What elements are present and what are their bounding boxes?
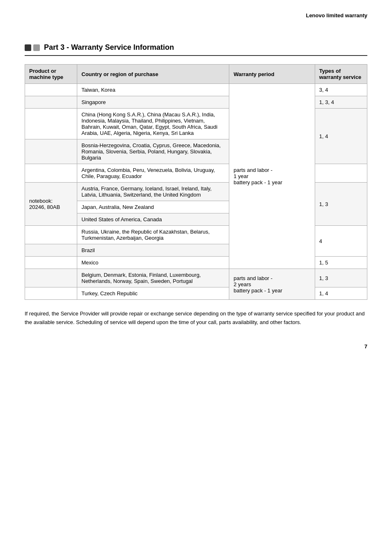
document-title: Lenovo limited warranty [25, 12, 367, 19]
table-row: Turkey, Czech Republic 1, 4 [25, 287, 367, 300]
cell-country: Bosnia-Herzegovina, Croatia, Cyprus, Gre… [77, 139, 229, 164]
cell-product [25, 109, 77, 139]
cell-country: China (Hong Kong S.A.R.), China (Macau S… [77, 109, 229, 139]
cell-product [25, 96, 77, 109]
cell-warranty-2year: parts and labor -2 yearsbattery pack - 1… [229, 269, 315, 300]
cell-product [25, 287, 77, 300]
table-row: notebook:20246, 80AB Austria, France, Ge… [25, 183, 367, 201]
table-row: Russia, Ukraine, the Republic of Kazakhs… [25, 226, 367, 244]
icon-dark [25, 44, 31, 51]
cell-product [25, 139, 77, 164]
cell-country: Belgium, Denmark, Estonia, Finland, Luxe… [77, 269, 229, 287]
cell-country: Turkey, Czech Republic [77, 287, 229, 300]
header: Lenovo limited warranty [25, 12, 367, 19]
section-icons [25, 44, 40, 51]
cell-country: Austria, France, Germany, Iceland, Israe… [77, 183, 229, 201]
table-row: China (Hong Kong S.A.R.), China (Macau S… [25, 109, 367, 139]
table-row: Argentina, Colombia, Peru, Venezuela, Bo… [25, 164, 367, 183]
cell-types: 1, 4 [315, 287, 367, 300]
table-row: Belgium, Denmark, Estonia, Finland, Luxe… [25, 269, 367, 287]
cell-types: 1, 3 [315, 269, 367, 287]
cell-country: Taiwan, Korea [77, 84, 229, 96]
table-row: Taiwan, Korea parts and labor -1 yearbat… [25, 84, 367, 96]
section-heading: Part 3 - Warranty Service Information [25, 43, 367, 56]
col-header-country: Country or region of purchase [77, 65, 229, 84]
cell-types: 3, 4 [315, 84, 367, 96]
cell-types-13: 1, 3 [315, 183, 367, 226]
cell-types: 1, 3, 4 [315, 96, 367, 109]
cell-product [25, 269, 77, 287]
warranty-table: Product or machine type Country or regio… [25, 64, 367, 300]
cell-product [25, 84, 77, 96]
cell-warranty-1year: parts and labor -1 yearbattery pack - 1 … [229, 84, 315, 269]
cell-types-4: 4 [315, 226, 367, 257]
section-title-text: Part 3 - Warranty Service Information [44, 43, 174, 52]
icon-light [33, 44, 40, 51]
cell-product [25, 257, 77, 269]
cell-country: Mexico [77, 257, 229, 269]
table-row: Mexico 1, 5 [25, 257, 367, 269]
footer-text: If required, the Service Provider will p… [25, 310, 367, 327]
col-header-warranty: Warranty period [229, 65, 315, 84]
cell-country: Japan, Australia, New Zealand [77, 201, 229, 213]
cell-country: Singapore [77, 96, 229, 109]
cell-country: Russia, Ukraine, the Republic of Kazakhs… [77, 226, 229, 244]
cell-product [25, 244, 77, 257]
cell-types: 1, 5 [315, 257, 367, 269]
cell-product [25, 164, 77, 183]
cell-types-14: 1, 4 [315, 109, 367, 164]
col-header-types: Types of warranty service [315, 65, 367, 84]
cell-types [315, 164, 367, 183]
cell-country: Argentina, Colombia, Peru, Venezuela, Bo… [77, 164, 229, 183]
table-row: Singapore 1, 3, 4 [25, 96, 367, 109]
cell-product-label: notebook:20246, 80AB [25, 183, 77, 226]
page-number: 7 [25, 343, 367, 350]
cell-product [25, 226, 77, 244]
cell-country: Brazil [77, 244, 229, 257]
cell-country: United States of America, Canada [77, 213, 229, 226]
col-header-product: Product or machine type [25, 65, 77, 84]
